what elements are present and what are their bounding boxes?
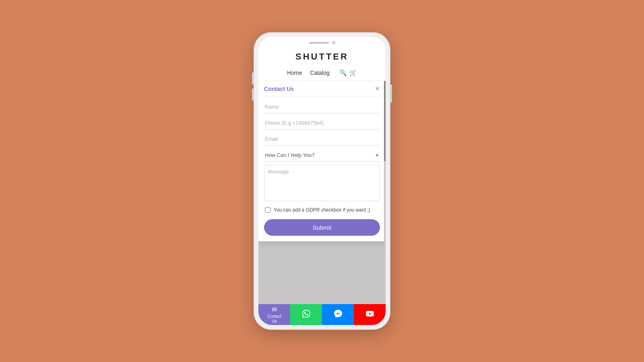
gdpr-checkbox[interactable] [265,207,270,213]
contact-us-button[interactable]: ✉ ContactUs [258,304,290,325]
gdpr-row: You can add a GDPR checkbox if you want … [264,207,380,214]
phone-speaker [309,42,329,44]
whatsapp-icon [302,310,310,319]
phone-input[interactable] [264,117,380,130]
nav-catalog[interactable]: Catalog [310,70,330,76]
contact-modal: Contact Us ✕ How Can I Help You? General… [258,81,386,241]
bottom-bar: ✉ ContactUs [258,304,386,325]
whatsapp-button[interactable] [290,304,322,325]
help-select[interactable]: How Can I Help You? General Inquiry Supp… [264,149,380,161]
cart-icon[interactable]: 🛒 [349,69,357,76]
close-icon[interactable]: ✕ [375,86,380,92]
submit-button[interactable]: Submit [264,219,380,236]
modal-title: Contact Us [264,86,294,92]
nav-icons: 🔍 🛒 [339,69,357,76]
power-button [390,84,392,103]
contact-us-label: ContactUs [267,314,281,324]
messenger-button[interactable] [322,304,354,325]
modal-scroll-indicator [384,81,386,241]
youtube-icon [366,310,374,319]
name-input[interactable] [264,101,380,113]
modal-header: Contact Us ✕ [258,81,386,97]
youtube-button[interactable] [354,304,386,325]
app-header: SHUTTER [258,47,386,66]
nav-home[interactable]: Home [287,70,302,76]
email-input[interactable] [264,133,380,146]
app-content: SHUTTER Home Catalog 🔍 🛒 Cont [258,47,386,325]
volume-button-1 [252,72,254,84]
volume-button-2 [252,88,254,101]
phone-notch [258,37,386,47]
phone-container: SHUTTER Home Catalog 🔍 🛒 Cont [254,32,390,330]
message-textarea[interactable] [264,165,380,201]
modal-scroll-thumb [384,81,386,161]
messenger-icon [334,310,342,319]
app-title: SHUTTER [265,51,379,62]
modal-body: How Can I Help You? General Inquiry Supp… [258,97,386,241]
phone-camera [332,41,335,44]
gdpr-label: You can add a GDPR checkbox if you want … [274,207,370,214]
app-nav: Home Catalog 🔍 🛒 [258,66,386,81]
page-body: Contact Us ✕ How Can I Help You? General… [258,81,386,325]
phone-screen: SHUTTER Home Catalog 🔍 🛒 Cont [258,37,386,325]
search-icon[interactable]: 🔍 [339,69,347,76]
email-icon: ✉ [272,306,277,313]
help-select-wrapper: How Can I Help You? General Inquiry Supp… [264,149,380,162]
